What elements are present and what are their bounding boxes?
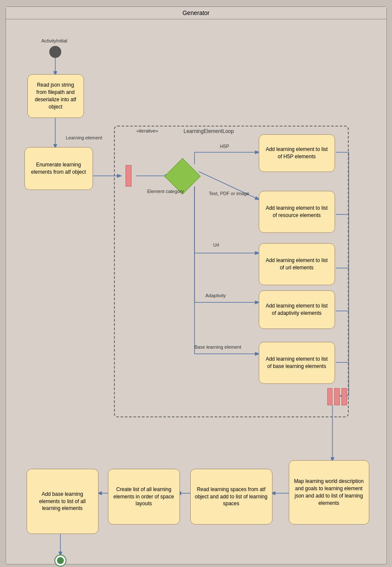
base-label: Base learning element [195,344,241,350]
initial-node [49,46,61,58]
diamond-node [170,163,195,189]
final-node [54,555,66,567]
merge-bar-rect1 [327,388,333,405]
create-list-node: Create list of all learning elements in … [108,469,180,525]
add-adaptivity-node: Add learning element to list of adaptivi… [259,290,335,329]
activity-initial-label: ActivityInitial [42,38,68,43]
add-base-node: Add learning element to list of base lea… [259,342,335,384]
enumerate-node: Enumerate learning elements from atf obj… [24,147,93,190]
merge-bar-rect3 [341,388,347,405]
diagram-title: Generator [6,7,386,19]
element-category-label: Element category [147,189,184,194]
add-url-node: Add learning element to list of url elem… [259,243,335,285]
add-resource-node: Add learning element to list of resource… [259,191,335,233]
loop-name-label: LearningElementLoop [184,128,234,134]
text-pdf-label: Text, PDF or image [209,191,249,196]
circle-final-inner [57,557,64,564]
url-label: Url [213,242,219,247]
adaptivity-label: Adaptivity [206,293,226,298]
read-json-node: Read json string from filepath and deser… [27,74,84,118]
read-spaces-node: Read learning spaces from atf object and… [190,469,272,525]
circle-initial [49,46,61,58]
h5p-edge-label: H5P [220,144,229,149]
learning-element-label: Learning element [66,135,102,140]
add-base-all-node: Add base learning elements to list of al… [27,469,99,534]
map-world-node: Map learning world description and goals… [289,460,369,525]
circle-final [54,555,66,567]
diagram-body: ActivityInitial Read json string from fi… [6,19,386,564]
diagram-container: Generator [6,6,387,564]
loop-iterative-label: «iterative» [137,128,159,133]
merge-bar-rect2 [334,388,340,405]
add-h5p-node: Add learning element to list of H5P elem… [259,134,335,172]
fork-bar-rect [126,165,132,187]
merge-bar [326,388,348,405]
fork-bar [121,165,136,187]
